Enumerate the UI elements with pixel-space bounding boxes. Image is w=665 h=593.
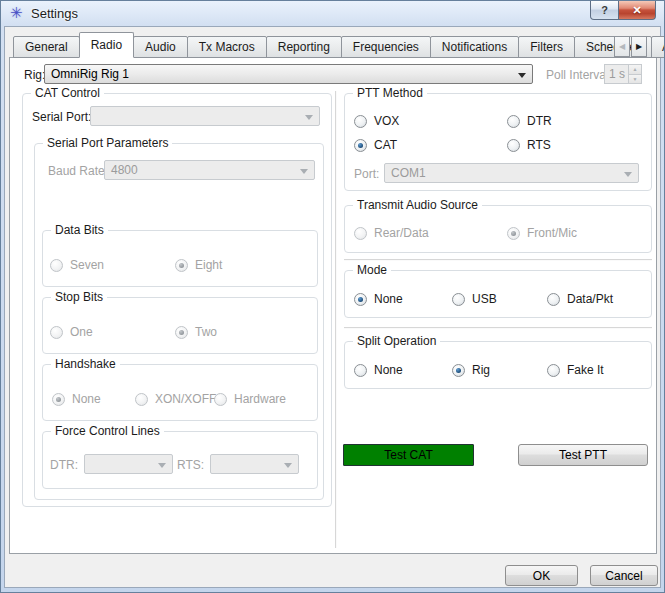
ptt-port-combobox[interactable]: COM1: [384, 163, 639, 183]
radio-circle-icon: [175, 326, 188, 339]
radio-ptt-dtr[interactable]: DTR: [507, 114, 552, 128]
radio-label: Rear/Data: [374, 226, 429, 240]
app-icon: ✳: [10, 4, 23, 22]
radio-ptt-vox[interactable]: VOX: [354, 114, 399, 128]
dtr-label: DTR:: [50, 458, 78, 472]
separator: [344, 327, 652, 329]
data-bits-title: Data Bits: [51, 223, 108, 237]
title-bar[interactable]: ✳ Settings ? ✕: [1, 1, 664, 26]
radio-label: XON/XOFF: [155, 392, 216, 406]
close-button[interactable]: ✕: [618, 1, 656, 20]
help-button[interactable]: ?: [590, 1, 619, 20]
radio-stop-bits-two[interactable]: Two: [175, 325, 217, 339]
column-divider: [335, 91, 337, 548]
rig-label: Rig:: [24, 68, 45, 82]
tab-radio[interactable]: Radio: [79, 32, 134, 58]
radio-data-bits-eight[interactable]: Eight: [175, 258, 222, 272]
spinner-buttons: ▲ ▼: [628, 65, 641, 83]
ptt-port-label: Port:: [354, 167, 379, 181]
radio-circle-icon: [452, 293, 465, 306]
mode-title: Mode: [353, 263, 391, 277]
tab-scroll-right-icon: ▶: [636, 42, 642, 51]
handshake-title: Handshake: [51, 357, 120, 371]
separator: [344, 259, 652, 261]
rts-combobox[interactable]: [210, 454, 299, 474]
radio-label: USB: [472, 292, 497, 306]
radio-split-none[interactable]: None: [354, 363, 403, 377]
ok-button[interactable]: OK: [505, 565, 578, 586]
radio-ptt-cat[interactable]: CAT: [354, 138, 397, 152]
radio-label: Data/Pkt: [567, 292, 613, 306]
rig-combobox[interactable]: OmniRig Rig 1: [44, 64, 533, 84]
split-operation-title: Split Operation: [353, 334, 440, 348]
radio-label: Hardware: [234, 392, 286, 406]
chevron-down-icon: [300, 169, 308, 174]
radio-mode-usb[interactable]: USB: [452, 292, 497, 306]
ptt-port-value: COM1: [391, 166, 426, 180]
radio-label: DTR: [527, 114, 552, 128]
poll-interval-spinner[interactable]: 1 s ▲ ▼: [604, 64, 642, 84]
radio-circle-icon: [50, 259, 63, 272]
tab-audio[interactable]: Audio: [133, 36, 188, 58]
cancel-button[interactable]: Cancel: [590, 565, 658, 586]
radio-tas-front-mic[interactable]: Front/Mic: [507, 226, 577, 240]
radio-stop-bits-one[interactable]: One: [50, 325, 93, 339]
tab-scroll-right-button[interactable]: ▶: [631, 36, 647, 57]
radio-circle-icon: [50, 326, 63, 339]
ok-label: OK: [533, 569, 550, 583]
radio-circle-icon: [354, 293, 367, 306]
chevron-down-icon: [284, 463, 292, 468]
radio-handshake-none[interactable]: None: [52, 392, 101, 406]
radio-mode-none[interactable]: None: [354, 292, 403, 306]
radio-split-fake-it[interactable]: Fake It: [547, 363, 604, 377]
test-cat-label: Test CAT: [384, 448, 432, 462]
tab-reporting[interactable]: Reporting: [266, 36, 342, 58]
help-icon: ?: [601, 4, 608, 16]
cat-control-title: CAT Control: [31, 86, 104, 100]
radio-tas-rear-data[interactable]: Rear/Data: [354, 226, 429, 240]
radio-label: None: [72, 392, 101, 406]
radio-circle-icon: [354, 139, 367, 152]
radio-ptt-rts[interactable]: RTS: [507, 138, 551, 152]
transmit-audio-source-title: Transmit Audio Source: [353, 198, 482, 212]
test-ptt-button[interactable]: Test PTT: [518, 444, 648, 466]
tab-frequencies[interactable]: Frequencies: [341, 36, 431, 58]
ptt-method-title: PTT Method: [353, 86, 427, 100]
radio-label: Two: [195, 325, 217, 339]
baud-rate-label: Baud Rate:: [48, 164, 108, 178]
radio-label: Seven: [70, 258, 104, 272]
test-cat-button[interactable]: Test CAT: [343, 444, 474, 466]
spin-down-icon[interactable]: ▼: [629, 74, 641, 84]
radio-mode-data-pkt[interactable]: Data/Pkt: [547, 292, 613, 306]
radio-circle-icon: [507, 115, 520, 128]
spin-up-icon[interactable]: ▲: [629, 65, 641, 74]
radio-circle-icon: [135, 393, 148, 406]
poll-interval-value: 1 s: [609, 67, 625, 81]
tab-scroll-left-icon: ◀: [619, 42, 625, 51]
tab-scroll-left-button[interactable]: ◀: [614, 36, 630, 57]
dtr-combobox[interactable]: [84, 454, 173, 474]
radio-circle-icon: [214, 393, 227, 406]
radio-tab-page: Rig: OmniRig Rig 1 Poll Interval: 1 s ▲ …: [9, 57, 657, 554]
serial-port-parameters-title: Serial Port Parameters: [43, 136, 172, 150]
radio-handshake-xonxoff[interactable]: XON/XOFF: [135, 392, 216, 406]
poll-interval-label: Poll Interval:: [546, 68, 612, 82]
baud-rate-combobox[interactable]: 4800: [104, 160, 315, 180]
radio-data-bits-seven[interactable]: Seven: [50, 258, 104, 272]
rig-combobox-value: OmniRig Rig 1: [51, 67, 129, 81]
radio-circle-icon: [507, 227, 520, 240]
stop-bits-title: Stop Bits: [51, 290, 107, 304]
tab-filters[interactable]: Filters: [518, 36, 575, 58]
tab-notifications[interactable]: Notifications: [430, 36, 519, 58]
radio-circle-icon: [354, 364, 367, 377]
tab-tx-macros[interactable]: Tx Macros: [187, 36, 267, 58]
radio-split-rig[interactable]: Rig: [452, 363, 490, 377]
chevron-down-icon: [518, 73, 526, 78]
chevron-down-icon: [624, 172, 632, 177]
tab-advanced-clipped[interactable]: Ad: [651, 36, 665, 58]
tab-general[interactable]: General: [13, 36, 80, 58]
radio-handshake-hardware[interactable]: Hardware: [214, 392, 286, 406]
radio-circle-icon: [52, 393, 65, 406]
radio-circle-icon: [175, 259, 188, 272]
serial-port-combobox[interactable]: [90, 106, 320, 126]
